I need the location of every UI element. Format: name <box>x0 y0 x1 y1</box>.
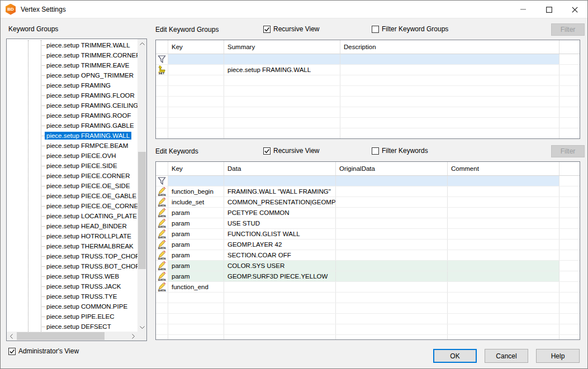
cell-key[interactable]: param <box>168 208 224 218</box>
row-icon-cell[interactable]: DATA <box>156 239 168 250</box>
scroll-right-arrow[interactable] <box>129 332 137 341</box>
tree-item[interactable]: piece.setup TRUSS.JACK <box>7 281 137 291</box>
cell-comment[interactable] <box>448 271 559 281</box>
tree-item-label[interactable]: piece.setup LOCATING_PLATE <box>45 212 137 220</box>
tree-item-label[interactable]: piece.setup TRUSS.TYE <box>45 293 118 300</box>
row-icon-cell[interactable]: DATA <box>156 186 168 197</box>
tree-item-label[interactable]: piece.setup HOTROLLPLATE <box>45 232 133 240</box>
table-row[interactable]: DATAparamCOLOR.SYS USER <box>156 261 580 271</box>
cell-originaldata[interactable] <box>336 324 448 334</box>
cell-description[interactable] <box>340 97 559 107</box>
tree-item-label[interactable]: piece.setup PIECE.OE_GABLE <box>45 192 137 200</box>
checkbox-box[interactable] <box>372 147 379 155</box>
cell-originaldata[interactable] <box>336 282 448 292</box>
table-empty-row[interactable] <box>156 293 580 303</box>
tree-item-label[interactable]: piece.setup PIECE.OE_CORNER <box>45 202 137 210</box>
tree-item-label[interactable]: piece.setup THERMALBREAK <box>45 242 135 250</box>
cell-key[interactable] <box>168 303 224 313</box>
cell-description[interactable] <box>340 128 559 138</box>
table-empty-row[interactable] <box>156 97 580 107</box>
tree-vertical-scrollbar[interactable] <box>137 39 146 332</box>
table-row[interactable]: DATAparamGEOMP.SURF3D PIECE.YELLOW <box>156 271 580 282</box>
tree-item-label[interactable]: piece.setup COMMON.PIPE <box>45 303 129 310</box>
cell-description[interactable] <box>340 118 559 128</box>
cell-key[interactable]: function_begin <box>168 186 224 197</box>
tree-item[interactable]: piece.setup HOTROLLPLATE <box>7 231 137 241</box>
scrollbar-thumb[interactable] <box>17 332 105 340</box>
tree-item[interactable]: piece.setup FRAMING.GABLE <box>7 121 137 131</box>
cell-description[interactable] <box>340 107 559 117</box>
tree-item-label[interactable]: piece.setup OPNG_TRIMMER <box>45 71 135 79</box>
cell-data[interactable]: FUNCTION.GLIST WALL <box>224 229 336 239</box>
cell-data[interactable] <box>224 176 336 186</box>
row-icon-cell[interactable] <box>156 314 168 324</box>
row-icon-cell[interactable] <box>156 303 168 313</box>
tree-item[interactable]: piece.setup TRIMMER.WALL <box>7 40 137 50</box>
cell-data[interactable]: COLOR.SYS USER <box>224 261 336 271</box>
tree-item[interactable]: piece.setup FRAMING.FLOOR <box>7 90 137 100</box>
cell-key[interactable] <box>168 324 224 334</box>
cell-key[interactable]: param <box>168 229 224 239</box>
tree-item[interactable]: piece.setup TRIMMER.CORNER <box>7 50 137 60</box>
tree-item[interactable]: piece.setup PIPE.ELEC <box>7 312 137 322</box>
help-button[interactable]: Help <box>536 349 580 363</box>
tree-item-label[interactable]: piece.setup FRAMING.ROOF <box>45 112 132 119</box>
row-icon-cell[interactable]: DATA <box>156 271 168 281</box>
tree-item-label[interactable]: piece.setup TRIMMER.WALL <box>45 41 132 49</box>
tree-item[interactable]: piece.setup TRUSS.TYE <box>7 291 137 301</box>
table-empty-row[interactable] <box>156 128 580 139</box>
cell-key[interactable]: function_end <box>168 282 224 292</box>
tree-item-label[interactable]: piece.setup TRUSS.WEB <box>45 272 121 280</box>
cell-data[interactable] <box>224 282 336 292</box>
tree-item-label[interactable]: piece.setup PIECE.SIDE <box>45 162 119 170</box>
tree-item[interactable]: piece.setup LOCATING_PLATE <box>7 211 137 221</box>
column-header-key[interactable]: Key <box>168 162 224 175</box>
tree-item[interactable]: piece.setup COMMON.PIPE <box>7 301 137 312</box>
recursive-view-checkbox-keywords[interactable]: Recursive View <box>263 147 319 155</box>
cell-data[interactable]: FRAMING.WALL "WALL FRAMING" <box>224 186 336 197</box>
scrollbar-thumb[interactable] <box>138 152 146 269</box>
table-row[interactable] <box>156 54 580 65</box>
row-icon-cell[interactable] <box>156 324 168 334</box>
tree-item-label[interactable]: piece.setup FRAMING.FLOOR <box>45 92 136 99</box>
tree-item[interactable]: piece.setup OPNG_TRIMMER <box>7 70 137 80</box>
cell-summary[interactable] <box>224 97 340 107</box>
column-header-comment[interactable]: Comment <box>448 162 559 175</box>
cell-originaldata[interactable] <box>336 335 448 340</box>
row-icon-cell[interactable] <box>156 107 168 117</box>
tree-item-label[interactable]: piece.setup FRAMING.WALL <box>45 132 131 140</box>
scroll-down-arrow[interactable] <box>137 323 146 332</box>
cell-description[interactable] <box>340 65 559 75</box>
tree-item-label[interactable]: piece.setup FRAMING.GABLE <box>45 122 136 130</box>
cell-summary[interactable] <box>224 86 340 96</box>
row-icon-cell[interactable] <box>156 335 168 340</box>
table-empty-row[interactable] <box>156 118 580 128</box>
tree-item[interactable]: piece.setup PIECE.OE_CORNER <box>7 201 137 211</box>
maximize-button[interactable] <box>536 1 562 18</box>
cancel-button[interactable]: Cancel <box>485 349 528 363</box>
tree-item[interactable]: piece.setup TRUSS.TOP_CHORD <box>7 251 137 261</box>
cell-data[interactable] <box>224 324 336 334</box>
tree-item-label[interactable]: piece.setup HEAD_BINDER <box>45 222 129 230</box>
minimize-button[interactable] <box>510 1 536 18</box>
cell-key[interactable]: param <box>168 239 224 250</box>
table-row[interactable]: DATAparamGEOMP.LAYER 42 <box>156 239 580 250</box>
cell-summary[interactable]: piece.setup FRAMING.WALL <box>224 65 340 75</box>
cell-key[interactable] <box>168 128 224 138</box>
cell-data[interactable]: COMMON_PRESENTATION|GEOMP... <box>224 197 336 207</box>
cell-comment[interactable] <box>448 218 559 228</box>
tree-item-label[interactable]: piece.setup PIECE.CORNER <box>45 172 132 180</box>
scroll-left-arrow[interactable] <box>7 332 16 341</box>
cell-comment[interactable] <box>448 239 559 250</box>
cell-originaldata[interactable] <box>336 314 448 324</box>
checkbox-box[interactable] <box>263 147 271 155</box>
cell-summary[interactable] <box>224 118 340 128</box>
tree-item-label[interactable]: piece.setup FRAMING.CEILING <box>45 102 137 109</box>
cell-key[interactable] <box>168 65 224 75</box>
cell-key[interactable]: param <box>168 250 224 260</box>
tree-item[interactable]: piece.setup FRAMING.CEILING <box>7 100 137 111</box>
row-icon-cell[interactable] <box>156 293 168 303</box>
checkbox-box[interactable] <box>263 26 271 33</box>
filter-keywords-checkbox[interactable]: Filter Keywords <box>372 147 428 155</box>
filter-button-keywords[interactable]: Filter <box>551 145 585 157</box>
